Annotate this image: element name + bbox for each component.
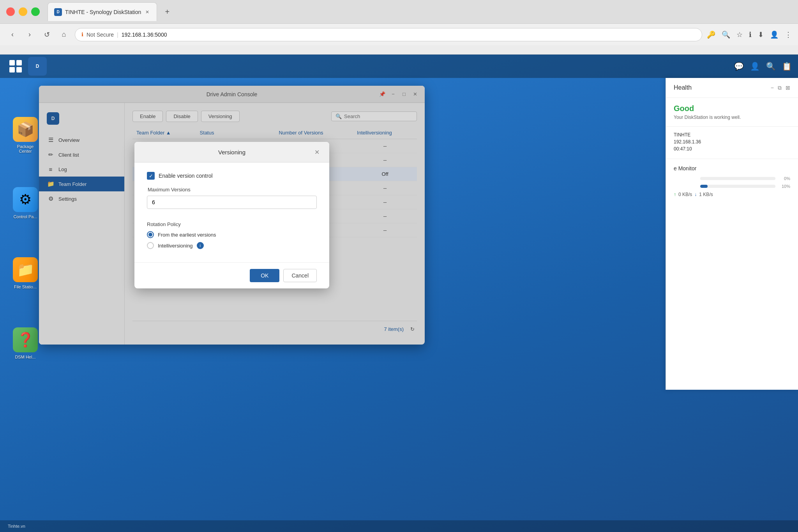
traffic-lights bbox=[6, 7, 40, 16]
net-upload-value: 0 KB/s bbox=[678, 192, 692, 197]
home-button[interactable]: ⌂ bbox=[58, 28, 70, 41]
info-icon[interactable]: ℹ bbox=[749, 30, 752, 39]
health-device-name-row: TINHTE bbox=[674, 132, 790, 138]
radio-earliest[interactable] bbox=[147, 231, 154, 238]
versioning-footer: OK Cancel bbox=[134, 262, 329, 288]
versioning-body: ✓ Enable version control Maximum Version… bbox=[134, 163, 329, 262]
package-center-label: PackageCenter bbox=[17, 144, 34, 154]
health-title: Health bbox=[674, 84, 692, 91]
max-versions-input[interactable] bbox=[147, 196, 317, 209]
health-minimize-button[interactable]: − bbox=[771, 85, 774, 91]
desktop: D 💬 👤 🔍 📋 📦 PackageCenter ⚙ Control Pa..… bbox=[0, 55, 798, 532]
health-status-text: Good bbox=[674, 104, 790, 113]
rotation-policy-label: Rotation Policy bbox=[147, 221, 317, 227]
nav-bar: ‹ › ↺ ⌂ ℹ Not Secure | 192.168.1.36:5000… bbox=[0, 23, 798, 45]
dsm-taskbar: D 💬 👤 🔍 📋 bbox=[0, 55, 798, 78]
health-restore-button[interactable]: ⧉ bbox=[778, 85, 782, 91]
search-taskbar-icon[interactable]: 🔍 bbox=[766, 62, 776, 71]
download-icon: ↓ bbox=[694, 192, 697, 197]
health-monitor-section: e Monitor 0% 10% ↑ 0 KB/s ↓ 1 KB/s bbox=[666, 159, 798, 203]
health-panel-header-buttons: Health − ⧉ ⊠ bbox=[674, 84, 790, 91]
versioning-ok-button[interactable]: OK bbox=[250, 269, 279, 282]
dsm-help-icon: ❓ bbox=[13, 327, 38, 352]
status-bar-url: Tinhte.vn bbox=[8, 524, 25, 528]
health-bar-pct-2: 10% bbox=[779, 184, 790, 189]
taskbar-drive-icon[interactable]: D bbox=[28, 57, 47, 76]
health-uptime: 00:47:10 bbox=[674, 146, 692, 152]
tab-close-button[interactable]: ✕ bbox=[144, 9, 150, 15]
back-button[interactable]: ‹ bbox=[6, 28, 19, 41]
user-icon[interactable]: 👤 bbox=[750, 62, 760, 71]
versioning-close-button[interactable]: ✕ bbox=[312, 147, 321, 157]
health-status-message: Your DiskStation is working well. bbox=[674, 115, 790, 120]
tab-favicon: D bbox=[54, 8, 62, 16]
upload-icon: ↑ bbox=[674, 192, 676, 197]
radio-earliest-row: From the earliest versions bbox=[147, 231, 317, 238]
radio-intelli-row: Intelliversioning i bbox=[147, 242, 317, 249]
fullscreen-traffic-light[interactable] bbox=[31, 7, 40, 16]
star-icon[interactable]: ☆ bbox=[736, 30, 743, 39]
health-uptime-row: 00:47:10 bbox=[674, 146, 790, 152]
health-ip-row: 192.168.1.36 bbox=[674, 139, 790, 145]
radio-intelli[interactable] bbox=[147, 242, 154, 249]
versioning-overlay: Versioning ✕ ✓ Enable version control Ma… bbox=[39, 86, 425, 345]
health-bar-track-1 bbox=[700, 177, 775, 180]
versioning-dialog: Versioning ✕ ✓ Enable version control Ma… bbox=[134, 142, 329, 288]
enable-version-control-label: Enable version control bbox=[159, 173, 213, 179]
health-bar-fill-2 bbox=[700, 185, 708, 188]
desktop-icon-package-center[interactable]: 📦 PackageCenter bbox=[8, 117, 43, 154]
security-icon: ℹ bbox=[81, 32, 83, 37]
url-text: 192.168.1.36:5000 bbox=[122, 32, 167, 38]
health-monitor-title: e Monitor bbox=[674, 165, 790, 171]
minimize-traffic-light[interactable] bbox=[19, 7, 27, 16]
health-ip: 192.168.1.36 bbox=[674, 139, 701, 145]
tab-label: TINHTE - Synology DiskStation bbox=[65, 9, 141, 15]
new-tab-button[interactable]: + bbox=[160, 5, 174, 19]
net-download-value: 1 KB/s bbox=[699, 192, 713, 197]
intelli-info-icon[interactable]: i bbox=[197, 242, 204, 249]
radio-earliest-fill bbox=[148, 233, 152, 237]
file-station-icon: 📁 bbox=[13, 257, 38, 282]
address-bar[interactable]: ℹ Not Secure | 192.168.1.36:5000 bbox=[75, 28, 702, 41]
dsm-status-bar: Tinhte.vn bbox=[0, 520, 798, 532]
health-bar-pct-1: 0% bbox=[779, 176, 790, 181]
versioning-cancel-button[interactable]: Cancel bbox=[283, 269, 317, 282]
security-label: Not Secure bbox=[87, 32, 114, 38]
control-panel-label: Control Pa... bbox=[13, 214, 37, 219]
health-close-button[interactable]: ⊠ bbox=[786, 85, 790, 91]
close-traffic-light[interactable] bbox=[6, 7, 15, 16]
browser-tab[interactable]: D TINHTE - Synology DiskStation ✕ bbox=[48, 2, 157, 21]
health-bar-row-1: 0% bbox=[674, 176, 790, 181]
apps-grid-button[interactable] bbox=[6, 57, 25, 76]
dsm-help-label: DSM Hel... bbox=[15, 355, 35, 359]
tab-bar: D TINHTE - Synology DiskStation ✕ + bbox=[0, 0, 798, 23]
download-icon[interactable]: ⬇ bbox=[758, 30, 764, 39]
desktop-icon-dsm-help[interactable]: ❓ DSM Hel... bbox=[8, 327, 43, 359]
radio-intelli-label: Intelliversioning bbox=[158, 243, 193, 249]
health-net-row: ↑ 0 KB/s ↓ 1 KB/s bbox=[674, 192, 790, 197]
file-station-label: File Statio... bbox=[14, 285, 37, 289]
key-icon[interactable]: 🔑 bbox=[707, 30, 715, 39]
enable-version-control-checkbox[interactable]: ✓ bbox=[147, 172, 155, 180]
notes-icon[interactable]: 📋 bbox=[782, 62, 792, 71]
desktop-icon-control-panel[interactable]: ⚙ Control Pa... bbox=[8, 187, 43, 219]
control-panel-icon: ⚙ bbox=[13, 187, 38, 212]
health-panel: Health − ⧉ ⊠ Good Your DiskStation is wo… bbox=[666, 78, 798, 390]
menu-icon[interactable]: ⋮ bbox=[785, 30, 792, 39]
taskbar-right-icons: 💬 👤 🔍 📋 bbox=[734, 62, 792, 71]
forward-button[interactable]: › bbox=[23, 28, 36, 41]
package-center-icon: 📦 bbox=[13, 117, 38, 142]
desktop-icon-file-station[interactable]: 📁 File Statio... bbox=[8, 257, 43, 289]
versioning-titlebar: Versioning ✕ bbox=[134, 142, 329, 163]
health-device-info: TINHTE 192.168.1.36 00:47:10 bbox=[666, 127, 798, 159]
chat-icon[interactable]: 💬 bbox=[734, 62, 744, 71]
health-panel-header: Health − ⧉ ⊠ bbox=[666, 78, 798, 98]
health-device-name: TINHTE bbox=[674, 132, 690, 138]
max-versions-label: Maximum Versions bbox=[148, 187, 317, 193]
profile-icon[interactable]: 👤 bbox=[770, 30, 779, 39]
reload-button[interactable]: ↺ bbox=[41, 28, 53, 41]
versioning-dialog-title: Versioning bbox=[152, 149, 312, 156]
radio-earliest-label: From the earliest versions bbox=[158, 232, 216, 238]
search-browser-icon[interactable]: 🔍 bbox=[722, 30, 730, 39]
drive-admin-console-window: Drive Admin Console 📌 − □ ✕ D ☰ Overview bbox=[39, 86, 425, 345]
